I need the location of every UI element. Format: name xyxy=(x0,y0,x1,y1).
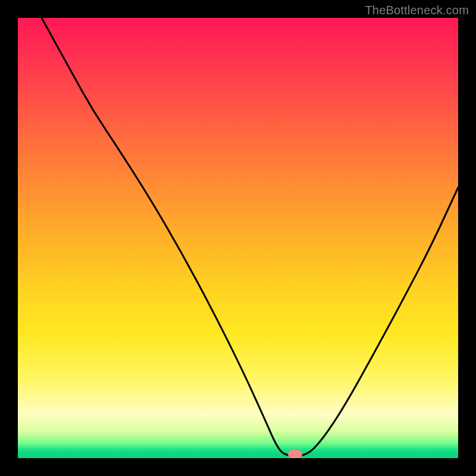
watermark-text: TheBottleneck.com xyxy=(365,4,469,17)
bottleneck-curve xyxy=(42,18,458,456)
chart-stage: TheBottleneck.com xyxy=(0,0,476,476)
optimal-marker xyxy=(288,450,302,458)
plot-area xyxy=(18,18,458,458)
curve-svg xyxy=(18,18,458,458)
